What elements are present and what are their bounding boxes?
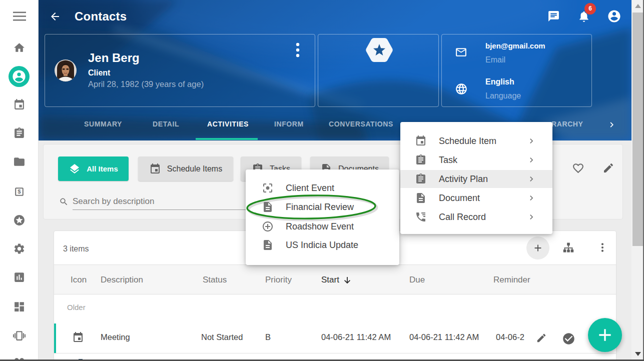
svg-text:$: $ <box>18 188 21 194</box>
